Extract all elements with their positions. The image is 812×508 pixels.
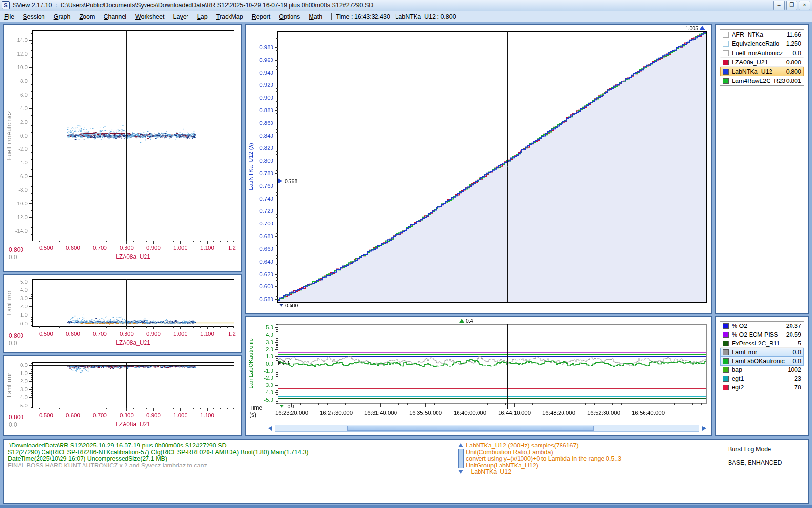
channel-value: 0.800 <box>786 68 801 75</box>
channel-info-line: convert using y=(x/1000)+0 to Lambda in … <box>466 456 717 463</box>
legend-row-egt1[interactable]: egt123 <box>720 374 804 383</box>
close-button[interactable]: × <box>799 1 810 10</box>
channel-value: 11.66 <box>787 31 801 38</box>
main-lambda-chart-panel <box>245 24 712 314</box>
channel-value: 78 <box>794 384 801 391</box>
menu-item-math[interactable]: Math <box>304 11 327 22</box>
lam-error-pos-chart-panel <box>3 274 242 353</box>
legend-row-bap[interactable]: bap1002 <box>720 366 804 374</box>
fuel-error-vs-lza-chart[interactable] <box>4 25 241 271</box>
menu-item-report[interactable]: Report <box>248 11 275 22</box>
channel-name: bap <box>732 366 788 373</box>
log-mode-info: Burst Log Mode BASE, ENHANCED <box>721 443 806 501</box>
channel-name: ExPressL2C_R11 <box>732 340 798 347</box>
lam-error-neg-vs-lza-chart[interactable] <box>4 356 241 435</box>
channel-value: 5 <box>798 340 801 347</box>
channel-name: egt1 <box>732 375 794 382</box>
menu-item-channel[interactable]: Channel <box>99 11 131 22</box>
channel-color-swatch <box>723 323 729 329</box>
channel-name: Lam4RawL2C_R23 <box>732 78 786 84</box>
channel-name: LZA08a_U21 <box>732 59 786 66</box>
channel-color-swatch <box>723 358 729 364</box>
channel-legend-top: AFR_NTKa11.66EquivalenceRatio1.250FuelEr… <box>720 29 804 86</box>
legend-row-egt2[interactable]: egt278 <box>720 383 804 392</box>
legend-row-afr-ntka[interactable]: AFR_NTKa11.66 <box>720 30 804 39</box>
maximize-button[interactable]: ❒ <box>786 1 797 10</box>
menu-item-graph[interactable]: Graph <box>49 11 75 22</box>
channel-info-lines: LabNTKa_U12 (200Hz) samples(786167)Unit(… <box>458 443 717 475</box>
channel-legend-top-panel: AFR_NTKa11.66EquivalenceRatio1.250FuelEr… <box>715 24 809 314</box>
channel-info-line: LabNTKa_U12 (200Hz) samples(786167) <box>466 443 717 449</box>
channel-color-swatch <box>723 376 729 382</box>
channel-value: 23 <box>794 375 801 382</box>
channel-info-scroll-thumb[interactable] <box>458 449 464 468</box>
menu-bar: FileSessionGraphZoomChannelWorksheetLaye… <box>0 11 812 22</box>
channel-legend-bottom: % O220.37% O2 ECM PISS20.59ExPressL2C_R1… <box>720 321 804 392</box>
status-line: .\DownloadedData\RR S12\2025-10-29 16-07… <box>8 443 309 449</box>
legend-row-lam4rawl2c-r23[interactable]: Lam4RawL2C_R230.801 <box>720 76 804 85</box>
fuel-error-chart-panel <box>3 24 242 272</box>
menu-item-worksheet[interactable]: Worksheet <box>131 11 169 22</box>
labntka-vs-time-chart[interactable] <box>246 25 711 313</box>
channel-name: % O2 ECM PISS <box>732 331 786 338</box>
lam-error-neg-chart-panel <box>3 355 242 436</box>
log-mode-value: BASE, ENHANCED <box>728 459 806 466</box>
channel-color-swatch <box>723 78 729 84</box>
time-series-chart-panel <box>245 316 712 436</box>
channel-name: LabNTKa_U12 <box>732 68 786 75</box>
menu-items: FileSessionGraphZoomChannelWorksheetLaye… <box>0 11 327 22</box>
channel-name: egt2 <box>732 384 794 391</box>
window-controls: – ❒ × <box>773 1 810 10</box>
minimize-button[interactable]: – <box>773 1 785 10</box>
channel-value: 20.59 <box>786 331 801 338</box>
scroll-left-arrow-icon[interactable] <box>268 426 272 431</box>
lamlab-vs-time-chart[interactable] <box>246 317 711 435</box>
menu-item-zoom[interactable]: Zoom <box>75 11 99 22</box>
channel-value: 0.800 <box>786 59 801 66</box>
legend-row-lza08a-u21[interactable]: LZA08a_U210.800 <box>720 58 804 67</box>
legend-row-lamerror[interactable]: LamError0.0 <box>720 348 804 357</box>
channel-info-scrollbar[interactable] <box>458 443 464 475</box>
channel-color-swatch <box>723 50 729 56</box>
title-bar[interactable]: S SView 2.17.10 : C:\Users\Public\Docume… <box>0 0 812 11</box>
channel-color-swatch <box>723 60 729 65</box>
scroll-down-arrow-icon[interactable] <box>458 470 463 474</box>
time-scrollbar[interactable] <box>267 425 707 432</box>
window-title: SView 2.17.10 : C:\Users\Public\Document… <box>13 2 373 9</box>
channel-name: % O2 <box>732 323 786 329</box>
menu-item-options[interactable]: Options <box>274 11 304 22</box>
menu-separator <box>330 13 332 20</box>
legend-row-fuelerrorautronicz[interactable]: FuelErrorAutronicz0.0 <box>720 48 804 58</box>
channel-value: 20.37 <box>786 323 801 329</box>
menu-item-lap[interactable]: Lap <box>193 11 212 22</box>
scroll-up-arrow-icon[interactable] <box>458 443 463 447</box>
channel-value: 0.801 <box>786 78 801 84</box>
channel-color-swatch <box>723 349 729 355</box>
status-line: FINAL BOSS HARD KUNT AUTRONICZ x 2 and S… <box>8 463 309 469</box>
legend-row-expressl2c-r11[interactable]: ExPressL2C_R115 <box>720 339 804 348</box>
scroll-right-arrow-icon[interactable] <box>702 426 706 431</box>
menu-item-trackmap[interactable]: TrackMap <box>212 11 248 22</box>
legend-row-labntka-u12[interactable]: LabNTKa_U120.800 <box>720 67 804 76</box>
session-info: .\DownloadedData\RR S12\2025-10-29 16-07… <box>8 443 309 469</box>
menu-item-file[interactable]: File <box>0 11 19 22</box>
channel-name: AFR_NTKa <box>732 31 787 38</box>
channel-value: 1.250 <box>786 41 801 47</box>
legend-row-equivalenceratio[interactable]: EquivalenceRatio1.250 <box>720 39 804 48</box>
scrollbar-thumb[interactable] <box>347 426 594 431</box>
status-bar: .\DownloadedData\RR S12\2025-10-29 16-07… <box>3 439 809 504</box>
channel-info-line: LabNTKa_U12 <box>466 469 717 475</box>
legend-row--o2-ecm-piss[interactable]: % O2 ECM PISS20.59 <box>720 330 804 339</box>
legend-row-lamlabokautronic[interactable]: LamLabOKautronic0.0 <box>720 357 804 366</box>
scrollbar-track[interactable] <box>275 425 699 432</box>
menu-item-session[interactable]: Session <box>19 11 49 22</box>
channel-name: LamLabOKautronic <box>732 358 793 365</box>
channel-color-swatch <box>723 41 729 47</box>
status-line: S12(27290) Cal(RICESP-RR286-NTKcalibrati… <box>8 449 309 456</box>
burst-log-mode-label: Burst Log Mode <box>728 446 806 453</box>
channel-name: LamError <box>732 349 793 356</box>
legend-row--o2[interactable]: % O220.37 <box>720 322 804 330</box>
menu-item-layer[interactable]: Layer <box>168 11 192 22</box>
lam-error-pos-vs-lza-chart[interactable] <box>4 275 241 352</box>
channel-info-line: UnitGroup(LabNTKa_U12) <box>466 463 717 469</box>
